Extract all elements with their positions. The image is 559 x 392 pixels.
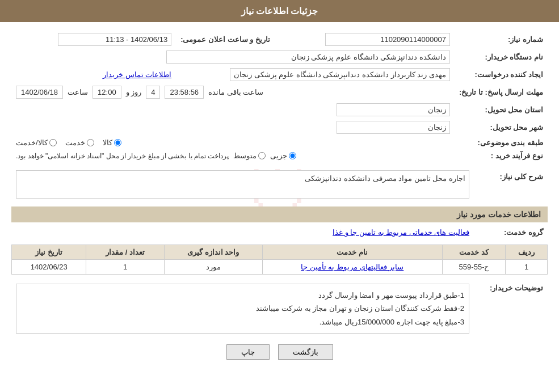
- purchase-type-label: نوع فرآیند خرید :: [455, 149, 548, 162]
- purchase-type-row: پرداخت تمام یا بخشی از مبلغ خریدار از مح…: [11, 149, 455, 162]
- col-header-code: کد خدمت: [442, 245, 506, 260]
- note-line: 2-فقط شرکت کنندگان استان زنجان و تهران م…: [21, 302, 464, 315]
- cell-row: 1: [506, 260, 548, 275]
- need-desc-value: اجاره محل تامین مواد مصرفی دانشکده دندان…: [11, 168, 474, 201]
- category-kala-khedmat[interactable]: کالا/خدمت: [16, 138, 57, 147]
- province-value: زنجان: [11, 101, 455, 119]
- cell-date: 1402/06/23: [12, 260, 86, 275]
- cell-unit: مورد: [164, 260, 262, 275]
- contact-link-cell: اطلاعات تماس خریدار: [11, 66, 176, 83]
- page-header: جزئیات اطلاعات نیاز: [0, 0, 559, 22]
- requester-label: ایجاد کننده درخواست:: [455, 66, 548, 83]
- back-button[interactable]: بازگشت: [278, 344, 333, 360]
- province-label: استان محل تحویل:: [455, 101, 548, 119]
- note-line: 1-طبق قرارداد پیوست مهر و امضا وارسال گر…: [21, 289, 464, 302]
- buyer-notes-label: توضیحات خریدار:: [474, 279, 548, 336]
- action-buttons: بازگشت چاپ: [11, 344, 548, 360]
- service-group-value: فعالیت های خدماتی مربوط به تامین جا و غذ…: [11, 226, 474, 239]
- col-header-unit: واحد اندازه گیری: [164, 245, 262, 260]
- deadline-remaining-label: ساعت باقی مانده: [208, 88, 263, 96]
- deadline-time-label: ساعت: [68, 88, 88, 96]
- need-description-box: اجاره محل تامین مواد مصرفی دانشکده دندان…: [16, 170, 469, 199]
- col-header-row: ردیف: [506, 245, 548, 260]
- deadline-days-label: روز و: [126, 88, 142, 96]
- col-header-qty: تعداد / مقدار: [86, 245, 164, 260]
- deadline-date: 1402/06/18: [16, 86, 63, 99]
- buyer-notes-value: 1-طبق قرارداد پیوست مهر و امضا وارسال گر…: [11, 279, 474, 336]
- deadline-time: 12:00: [93, 86, 121, 99]
- deadline-days: 4: [146, 86, 160, 99]
- deadline-remaining: 23:58:56: [165, 86, 204, 99]
- contact-link[interactable]: اطلاعات تماس خریدار: [103, 70, 171, 79]
- announce-date-value: 1402/06/13 - 11:13: [11, 31, 176, 48]
- category-khedmat[interactable]: خدمت: [65, 138, 94, 147]
- buyer-org-label: نام دستگاه خریدار:: [455, 48, 548, 66]
- info-section: شماره نیاز: 1102090114000007 تاریخ و ساع…: [11, 31, 548, 162]
- buyer-org-value: دانشکده دندانپزشکی دانشگاه علوم پزشکی زن…: [11, 48, 455, 66]
- print-button[interactable]: چاپ: [226, 344, 270, 360]
- cell-code: ح-55-559: [442, 260, 506, 275]
- announce-date-label: تاریخ و ساعت اعلان عمومی:: [176, 31, 275, 48]
- requester-value: مهدی زند کاربرداز دانشکده دندانپزشکی دان…: [176, 66, 455, 83]
- services-table: ردیف کد خدمت نام خدمت واحد اندازه گیری ت…: [11, 245, 548, 275]
- table-row: 1 ح-55-559 سایر فعالیتهای مربوط به تأمین…: [12, 260, 548, 275]
- note-line: 3-مبلغ پایه جهت اجاره 15/000/000ریال میب…: [21, 315, 464, 328]
- deadline-label: مهلت ارسال پاسخ: تا تاریخ:: [455, 83, 548, 101]
- city-label: شهر محل تحویل:: [455, 119, 548, 136]
- service-group-row: گروه خدمت: فعالیت های خدماتی مربوط به تا…: [11, 226, 548, 239]
- buyer-notes-box: 1-طبق قرارداد پیوست مهر و امضا وارسال گر…: [16, 284, 469, 334]
- page-title: جزئیات اطلاعات نیاز: [241, 6, 318, 16]
- category-options: کالا/خدمت خدمت کالا: [11, 136, 455, 149]
- services-section-header: اطلاعات خدمات مورد نیاز: [11, 206, 548, 222]
- service-group-label: گروه خدمت:: [474, 226, 548, 239]
- category-kala[interactable]: کالا: [103, 138, 121, 147]
- need-number-value: 1102090114000007: [275, 31, 455, 48]
- purchase-type-note: پرداخت تمام یا بخشی از مبلغ خریدار از مح…: [16, 152, 229, 160]
- need-number-label: شماره نیاز:: [455, 31, 548, 48]
- deadline-row: 1402/06/18 ساعت 12:00 روز و 4 23:58:56 س…: [11, 83, 455, 101]
- col-header-name: نام خدمت: [262, 245, 442, 260]
- col-header-date: تاریخ نیاز: [12, 245, 86, 260]
- purchase-type-motavasset[interactable]: متوسط: [233, 151, 266, 160]
- cell-name: سایر فعالیتهای مربوط به تأمین جا: [262, 260, 442, 275]
- purchase-type-jozyi[interactable]: جزیی: [270, 151, 296, 160]
- cell-qty: 1: [86, 260, 164, 275]
- need-desc-label: شرح کلی نیاز:: [474, 168, 548, 201]
- buyer-notes-section: توضیحات خریدار: 1-طبق قرارداد پیوست مهر …: [11, 279, 548, 336]
- category-label: طبقه بندی موضوعی:: [455, 136, 548, 149]
- service-group-link[interactable]: فعالیت های خدماتی مربوط به تامین جا و غذ…: [333, 228, 469, 237]
- city-value: زنجان: [11, 119, 455, 136]
- need-description-section: شرح کلی نیاز: اجاره محل تامین مواد مصرفی…: [11, 168, 548, 201]
